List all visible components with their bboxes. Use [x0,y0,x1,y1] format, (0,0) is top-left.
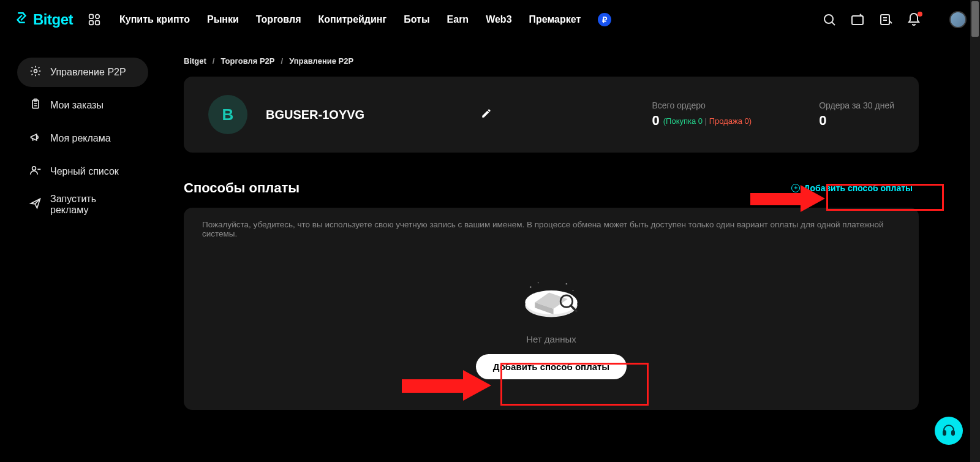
empty-text: Нет данных [526,334,576,344]
stat-sell-value: 0) [745,116,752,126]
sidebar-item-blacklist[interactable]: Черный список [17,157,148,186]
payment-methods-card: Пожалуйста, убедитесь, что вы использует… [184,208,919,410]
profile-stats: Всего ордеро 0 (Покупка 0 | Продажа 0) О [652,100,894,129]
sidebar-item-my-ads[interactable]: Моя реклама [17,124,148,153]
stat-label: Ордера за 30 дней [819,100,894,110]
notification-dot-icon [918,12,922,17]
svg-rect-3 [96,21,99,25]
add-payment-method-link[interactable]: + Добавить способ оплаты [785,180,919,197]
payment-section-title: Способы оплаты [184,180,300,196]
nav-item-bots[interactable]: Боты [404,14,429,25]
topnav: Bitget Купить крипто Рынки Торговля Копи… [0,0,980,39]
nav-item-premarket[interactable]: Премаркет [529,14,581,25]
stat-value: 0 [819,113,894,129]
payment-hint: Пожалуйста, убедитесь, что вы использует… [202,220,900,238]
stat-label: Всего ордеро [652,100,752,110]
svg-point-24 [538,282,539,284]
sidebar: Управление P2P Мои заказы Моя реклама Че… [0,39,159,462]
brand-name: Bitget [33,11,73,28]
stat-value: 0 [652,113,659,129]
nav-item-earn[interactable]: Earn [447,14,469,25]
sidebar-item-launch-ad[interactable]: Запустить рекламу [17,190,148,219]
sidebar-item-label: Запустить рекламу [50,194,136,216]
sidebar-item-label: Управление P2P [50,67,126,78]
content: Bitget / Торговля P2P / Управление P2P B… [159,39,943,462]
brand-logo-icon [13,10,29,29]
edit-icon[interactable] [481,108,492,121]
apps-icon[interactable] [88,13,101,26]
svg-rect-1 [96,15,99,18]
svg-rect-31 [943,431,946,435]
svg-rect-6 [852,16,863,25]
nav-item-buy-crypto[interactable]: Купить крипто [119,14,190,25]
nav-item-web3[interactable]: Web3 [486,14,511,25]
stat-total-orders: Всего ордеро 0 (Покупка 0 | Продажа 0) [652,100,752,129]
search-icon[interactable] [822,12,837,27]
notifications-icon[interactable] [907,12,921,27]
svg-line-5 [832,22,835,25]
sidebar-item-my-orders[interactable]: Мои заказы [17,91,148,120]
svg-point-25 [566,283,568,285]
scroll-thumb[interactable] [971,1,979,37]
avatar[interactable] [949,11,967,28]
profile-avatar: B [208,95,247,134]
svg-point-16 [32,167,36,170]
sidebar-item-label: Мои заказы [50,100,104,111]
megaphone-icon [29,131,42,146]
stat-buy-value: 0 [698,116,703,126]
profile-card: B BGUSER-1OYVG Всего ордеро 0 (Покупка 0… [184,77,919,153]
add-link-label: Добавить способ оплаты [804,183,913,193]
support-button[interactable] [935,417,963,445]
stat-pipe: | [705,116,709,126]
users-minus-icon [29,164,42,179]
sidebar-item-p2p-manage[interactable]: Управление P2P [17,58,148,87]
plus-circle-icon: + [791,184,800,192]
profile-username: BGUSER-1OYVG [266,108,364,122]
nav-item-trade[interactable]: Торговля [256,14,301,25]
svg-line-15 [32,138,33,141]
brand-logo[interactable]: Bitget [13,10,73,29]
breadcrumb-section[interactable]: Торговля P2P [221,56,274,66]
sidebar-item-label: Моя реклама [50,133,111,144]
empty-illustration-icon [518,275,585,324]
gear-icon [29,65,42,80]
svg-rect-2 [89,21,93,25]
svg-rect-0 [89,15,93,18]
svg-point-10 [34,70,37,73]
topnav-right-icons [822,12,921,27]
nav-item-markets[interactable]: Рынки [207,14,239,25]
nav-items: Купить крипто Рынки Торговля Копитрейдин… [119,14,581,25]
stat-30d-orders: Ордера за 30 дней 0 [819,100,894,129]
payment-section-head: Способы оплаты + Добавить способ оплаты [184,180,919,197]
orders-icon[interactable] [878,12,893,27]
breadcrumb-sep: / [281,56,284,66]
stat-sell-label: Продажа [709,116,742,126]
clipboard-icon [29,98,42,113]
stat-buy-label: (Покупка [663,116,696,126]
svg-point-4 [824,15,833,23]
svg-rect-32 [952,431,954,435]
wallet-icon[interactable] [850,12,865,27]
breadcrumb: Bitget / Торговля P2P / Управление P2P [184,56,919,66]
breadcrumb-current: Управление P2P [289,56,353,66]
svg-point-26 [573,290,574,291]
svg-point-23 [530,286,532,288]
add-payment-method-button[interactable]: Добавить способ оплаты [476,354,627,379]
currency-badge[interactable]: ₽ [598,13,611,26]
breadcrumb-sep: / [213,56,215,66]
breadcrumb-root[interactable]: Bitget [184,56,206,66]
sidebar-item-label: Черный список [50,166,119,177]
send-icon [29,197,42,212]
empty-state: Нет данных Добавить способ оплаты [202,257,900,379]
nav-item-copytrading[interactable]: Копитрейдинг [318,14,386,25]
scrollbar[interactable] [970,0,980,462]
